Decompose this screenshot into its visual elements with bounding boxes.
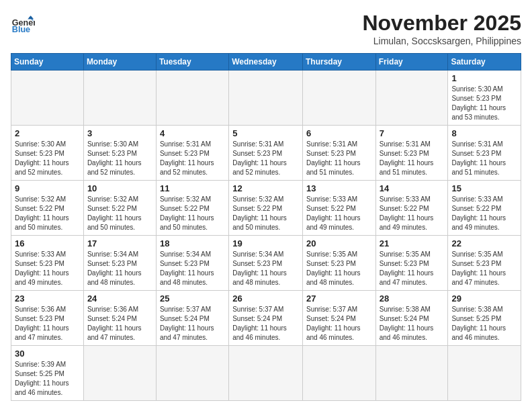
day-19: 19 Sunrise: 5:34 AM Sunset: 5:23 PM Dayl…: [229, 236, 303, 291]
empty-cell: [302, 346, 375, 401]
table-row: 1 Sunrise: 5:30 AM Sunset: 5:23 PM Dayli…: [11, 71, 521, 126]
day-6: 6 Sunrise: 5:31 AM Sunset: 5:23 PM Dayli…: [302, 126, 375, 181]
table-row: 30 Sunrise: 5:39 AM Sunset: 5:25 PM Dayl…: [11, 346, 521, 401]
day-10: 10 Sunrise: 5:32 AM Sunset: 5:22 PM Dayl…: [83, 181, 156, 236]
day-12: 12 Sunrise: 5:32 AM Sunset: 5:22 PM Dayl…: [229, 181, 303, 236]
header-wednesday: Wednesday: [229, 54, 303, 71]
day-24: 24 Sunrise: 5:36 AM Sunset: 5:24 PM Dayl…: [83, 291, 156, 346]
empty-cell: [375, 346, 448, 401]
empty-cell: [156, 346, 228, 401]
day-29: 29 Sunrise: 5:38 AM Sunset: 5:25 PM Dayl…: [448, 291, 521, 346]
location-subtitle: Limulan, Soccsksargen, Philippines: [362, 36, 521, 46]
empty-cell: [448, 346, 521, 401]
header-tuesday: Tuesday: [156, 54, 228, 71]
day-14: 14 Sunrise: 5:33 AM Sunset: 5:22 PM Dayl…: [375, 181, 448, 236]
empty-cell: [156, 71, 228, 126]
empty-cell: [302, 71, 375, 126]
calendar-table: Sunday Monday Tuesday Wednesday Thursday…: [11, 53, 521, 401]
day-5: 5 Sunrise: 5:31 AM Sunset: 5:23 PM Dayli…: [229, 126, 303, 181]
day-17: 17 Sunrise: 5:34 AM Sunset: 5:23 PM Dayl…: [83, 236, 156, 291]
title-block: November 2025 Limulan, Soccsksargen, Phi…: [362, 11, 521, 46]
weekday-header-row: Sunday Monday Tuesday Wednesday Thursday…: [11, 54, 521, 71]
day-13: 13 Sunrise: 5:33 AM Sunset: 5:22 PM Dayl…: [302, 181, 375, 236]
header-thursday: Thursday: [302, 54, 375, 71]
day-30: 30 Sunrise: 5:39 AM Sunset: 5:25 PM Dayl…: [11, 346, 84, 401]
empty-cell: [11, 71, 84, 126]
day-15: 15 Sunrise: 5:33 AM Sunset: 5:22 PM Dayl…: [448, 181, 521, 236]
day-8: 8 Sunrise: 5:31 AM Sunset: 5:23 PM Dayli…: [448, 126, 521, 181]
table-row: 2 Sunrise: 5:30 AM Sunset: 5:23 PM Dayli…: [11, 126, 521, 181]
empty-cell: [229, 71, 303, 126]
header-monday: Monday: [83, 54, 156, 71]
empty-cell: [83, 346, 156, 401]
day-26: 26 Sunrise: 5:37 AM Sunset: 5:24 PM Dayl…: [229, 291, 303, 346]
day-23: 23 Sunrise: 5:36 AM Sunset: 5:23 PM Dayl…: [11, 291, 84, 346]
day-20: 20 Sunrise: 5:35 AM Sunset: 5:23 PM Dayl…: [302, 236, 375, 291]
day-27: 27 Sunrise: 5:37 AM Sunset: 5:24 PM Dayl…: [302, 291, 375, 346]
page-header: General Blue November 2025 Limulan, Socc…: [11, 11, 521, 46]
day-1: 1 Sunrise: 5:30 AM Sunset: 5:23 PM Dayli…: [448, 71, 521, 126]
day-4: 4 Sunrise: 5:31 AM Sunset: 5:23 PM Dayli…: [156, 126, 228, 181]
day-11: 11 Sunrise: 5:32 AM Sunset: 5:22 PM Dayl…: [156, 181, 228, 236]
table-row: 16 Sunrise: 5:33 AM Sunset: 5:23 PM Dayl…: [11, 236, 521, 291]
header-saturday: Saturday: [448, 54, 521, 71]
logo: General Blue: [11, 11, 35, 35]
day-28: 28 Sunrise: 5:38 AM Sunset: 5:24 PM Dayl…: [375, 291, 448, 346]
day-2: 2 Sunrise: 5:30 AM Sunset: 5:23 PM Dayli…: [11, 126, 84, 181]
table-row: 9 Sunrise: 5:32 AM Sunset: 5:22 PM Dayli…: [11, 181, 521, 236]
empty-cell: [375, 71, 448, 126]
day-22: 22 Sunrise: 5:35 AM Sunset: 5:23 PM Dayl…: [448, 236, 521, 291]
day-18: 18 Sunrise: 5:34 AM Sunset: 5:23 PM Dayl…: [156, 236, 228, 291]
day-9: 9 Sunrise: 5:32 AM Sunset: 5:22 PM Dayli…: [11, 181, 84, 236]
header-friday: Friday: [375, 54, 448, 71]
empty-cell: [83, 71, 156, 126]
day-21: 21 Sunrise: 5:35 AM Sunset: 5:23 PM Dayl…: [375, 236, 448, 291]
header-sunday: Sunday: [11, 54, 84, 71]
svg-text:Blue: Blue: [12, 25, 30, 34]
day-7: 7 Sunrise: 5:31 AM Sunset: 5:23 PM Dayli…: [375, 126, 448, 181]
day-3: 3 Sunrise: 5:30 AM Sunset: 5:23 PM Dayli…: [83, 126, 156, 181]
month-title: November 2025: [362, 11, 521, 36]
logo-icon: General Blue: [11, 11, 35, 35]
day-25: 25 Sunrise: 5:37 AM Sunset: 5:24 PM Dayl…: [156, 291, 228, 346]
day-16: 16 Sunrise: 5:33 AM Sunset: 5:23 PM Dayl…: [11, 236, 84, 291]
empty-cell: [229, 346, 303, 401]
table-row: 23 Sunrise: 5:36 AM Sunset: 5:23 PM Dayl…: [11, 291, 521, 346]
